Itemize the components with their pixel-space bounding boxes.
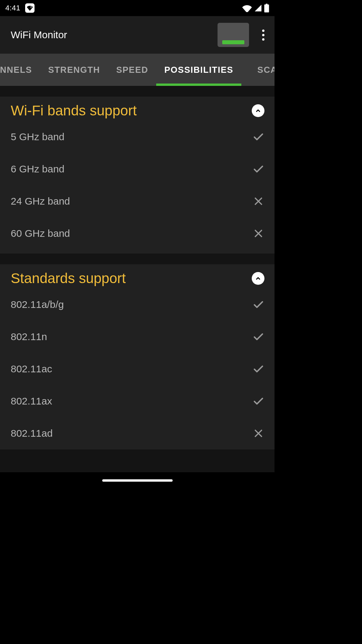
capability-row: 24 GHz band xyxy=(0,185,275,217)
capability-row: 802.11n xyxy=(0,321,275,353)
tab-possibilities[interactable]: POSSIBILITIES xyxy=(156,54,241,86)
capability-row: 802.11ac xyxy=(0,353,275,385)
system-nav-bar xyxy=(0,472,275,488)
home-indicator[interactable] xyxy=(102,479,173,482)
app-bar-actions xyxy=(218,23,271,47)
capability-row: 802.11a/b/g xyxy=(0,288,275,321)
capability-label: 24 GHz band xyxy=(11,196,70,207)
chevron-up-icon xyxy=(255,275,261,281)
check-icon xyxy=(252,395,264,407)
status-bar-left: 4:41 xyxy=(5,3,35,13)
app-title: WiFi Monitor xyxy=(11,29,67,41)
cellular-icon xyxy=(254,4,262,12)
tab-label: SCAN xyxy=(257,65,275,75)
cross-icon xyxy=(252,227,264,239)
capability-label: 5 GHz band xyxy=(11,131,64,143)
tab-label: STRENGTH xyxy=(48,65,100,75)
app-notification-icon xyxy=(25,3,35,13)
check-icon xyxy=(252,131,264,143)
capability-label: 802.11ac xyxy=(11,363,52,375)
section-title: Standards support xyxy=(11,270,126,286)
capability-row: 802.11ax xyxy=(0,385,275,417)
app-bar: WiFi Monitor xyxy=(0,16,275,54)
signal-bar-icon xyxy=(222,40,244,44)
tab-scan[interactable]: SCAN xyxy=(241,54,275,86)
section-title: Wi-Fi bands support xyxy=(11,103,137,119)
capability-label: 802.11a/b/g xyxy=(11,299,64,310)
check-icon xyxy=(252,299,264,311)
tab-bar[interactable]: NNELSSTRENGTHSPEEDPOSSIBILITIESSCAN xyxy=(0,54,275,86)
capability-row: 802.11ad xyxy=(0,417,275,449)
tab-channels[interactable]: NNELS xyxy=(0,54,40,86)
status-bar: 4:41 xyxy=(0,0,275,16)
status-bar-right xyxy=(242,4,269,12)
battery-icon xyxy=(264,4,269,12)
check-icon xyxy=(252,363,264,375)
capability-row: 60 GHz band xyxy=(0,217,275,250)
capability-label: 802.11ax xyxy=(11,395,52,407)
capability-label: 802.11ad xyxy=(11,428,53,439)
cross-icon xyxy=(252,195,264,207)
collapse-button[interactable] xyxy=(252,104,264,117)
status-time: 4:41 xyxy=(5,4,20,12)
section-header[interactable]: Standards support xyxy=(0,264,275,288)
more-vert-icon xyxy=(262,30,264,41)
overflow-menu-button[interactable] xyxy=(255,27,271,43)
check-icon xyxy=(252,163,264,175)
tab-strength[interactable]: STRENGTH xyxy=(40,54,108,86)
wifi-icon xyxy=(242,4,252,12)
signal-indicator-button[interactable] xyxy=(218,23,249,47)
cross-icon xyxy=(252,427,264,439)
tab-label: SPEED xyxy=(116,65,148,75)
tab-speed[interactable]: SPEED xyxy=(108,54,157,86)
section-standards: Standards support802.11a/b/g802.11n802.1… xyxy=(0,264,275,449)
capability-label: 60 GHz band xyxy=(11,228,70,239)
capability-row: 6 GHz band xyxy=(0,153,275,185)
svg-point-0 xyxy=(31,6,32,7)
capability-row: 5 GHz band xyxy=(0,121,275,153)
capability-label: 802.11n xyxy=(11,331,47,342)
chevron-up-icon xyxy=(255,108,261,114)
section-header[interactable]: Wi-Fi bands support xyxy=(0,97,275,121)
section-bands: Wi-Fi bands support5 GHz band6 GHz band2… xyxy=(0,97,275,254)
content-scroll[interactable]: Wi-Fi bands support5 GHz band6 GHz band2… xyxy=(0,86,275,472)
capability-label: 6 GHz band xyxy=(11,163,64,175)
collapse-button[interactable] xyxy=(252,272,264,285)
tab-label: POSSIBILITIES xyxy=(164,65,233,75)
check-icon xyxy=(252,331,264,343)
tab-label: NNELS xyxy=(0,65,32,75)
